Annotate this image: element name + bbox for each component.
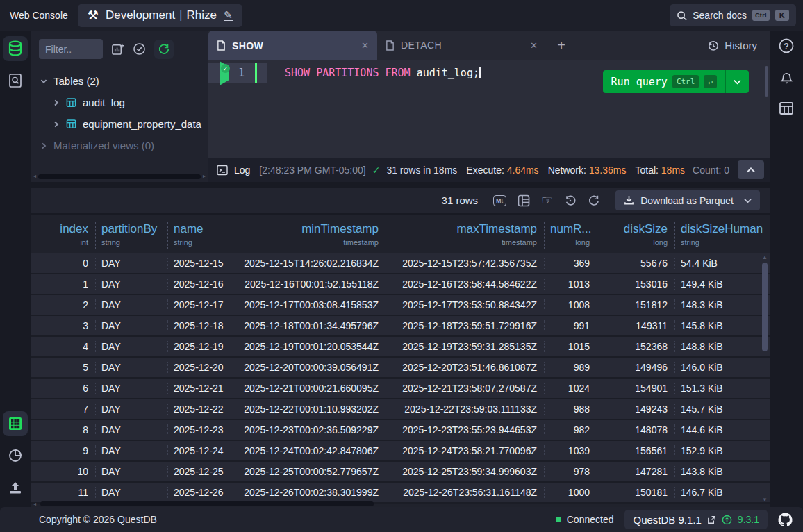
cell-disksize: 148078 xyxy=(597,424,675,435)
cell-numr: 369 xyxy=(545,258,597,269)
cell-disksize: 147281 xyxy=(597,466,675,477)
cell-partitionby: DAY xyxy=(96,341,168,352)
instance-selector[interactable]: ⚒ Development|Rhize ✎ xyxy=(78,4,242,27)
refresh-results-icon[interactable] xyxy=(588,194,600,207)
help-button[interactable]: ? xyxy=(778,38,795,54)
cell-mintimestamp: 2025-12-24T00:02:42.847806Z xyxy=(229,445,386,456)
chevron-down-icon[interactable] xyxy=(744,198,752,203)
table-row[interactable]: 6DAY2025-12-212025-12-21T00:00:21.660095… xyxy=(31,379,770,399)
tab-detach[interactable]: DETACH ✕ xyxy=(377,31,546,60)
grid-view-button[interactable] xyxy=(3,411,28,436)
column-header-mintimestamp[interactable]: minTimestamptimestamp xyxy=(229,222,386,249)
cell-mintimestamp: 2025-12-21T00:00:21.660095Z xyxy=(229,383,386,394)
run-query-dropdown[interactable] xyxy=(725,70,749,93)
cell-partitionby: DAY xyxy=(96,258,168,269)
close-icon[interactable]: ✕ xyxy=(530,40,538,51)
column-header-maxtimestamp[interactable]: maxTimestamptimestamp xyxy=(386,222,545,249)
run-line-icon[interactable]: ✓ xyxy=(220,67,231,78)
new-tab-button[interactable]: + xyxy=(546,31,577,60)
notifications-bell-button[interactable] xyxy=(779,69,795,85)
table-row[interactable]: 0DAY2025-12-152025-12-15T14:26:02.216834… xyxy=(31,253,770,274)
execute-metric: Execute: 4.64ms xyxy=(466,165,538,176)
table-row[interactable]: 1DAY2025-12-162025-12-16T00:01:52.155118… xyxy=(31,274,770,295)
cell-name: 2025-12-24 xyxy=(168,445,229,456)
cell-mintimestamp: 2025-12-18T00:01:34.495796Z xyxy=(229,320,386,331)
table-row[interactable]: 2DAY2025-12-172025-12-17T00:03:08.415853… xyxy=(31,295,770,316)
freeze-pane-icon[interactable]: ☞ xyxy=(541,192,553,208)
cell-maxtimestamp: 2025-12-18T23:59:51.729916Z xyxy=(386,320,545,331)
search-docs-button[interactable]: Search docs Ctrl K xyxy=(670,4,796,26)
column-header-index[interactable]: indexint xyxy=(40,222,96,249)
table-row[interactable]: 9DAY2025-12-242025-12-24T00:02:42.847806… xyxy=(31,441,770,462)
rows-count: 31 rows xyxy=(442,194,479,206)
copy-markdown-icon[interactable]: M↓ xyxy=(493,195,506,206)
questdb-logo[interactable] xyxy=(3,36,28,61)
tab-label: SHOW xyxy=(232,40,355,51)
tree-horizontal-scrollbar[interactable]: ◂▸ xyxy=(33,174,206,179)
grid-vertical-scrollbar[interactable]: ▲▼ xyxy=(761,254,768,500)
cell-name: 2025-12-17 xyxy=(168,299,229,310)
left-rail xyxy=(0,31,31,507)
cell-mintimestamp: 2025-12-23T00:02:36.509229Z xyxy=(229,424,386,435)
grid-horizontal-scrollbar[interactable]: ◂ xyxy=(33,501,760,506)
github-icon[interactable] xyxy=(777,512,793,528)
cell-maxtimestamp: 2025-12-25T23:59:34.999603Z xyxy=(386,466,545,477)
column-header-partitionby[interactable]: partitionBystring xyxy=(96,222,168,249)
tab-show[interactable]: SHOW ✕ xyxy=(208,31,377,60)
cell-index: 11 xyxy=(40,487,96,498)
run-query-button[interactable]: Run query Ctrl ↵ xyxy=(603,70,749,93)
table-row[interactable]: 7DAY2025-12-222025-12-22T00:01:10.993202… xyxy=(31,399,770,420)
filter-input[interactable] xyxy=(39,39,103,59)
cell-index: 4 xyxy=(40,341,96,352)
collapse-log-button[interactable] xyxy=(738,160,764,179)
refresh-schema-icon[interactable] xyxy=(154,40,174,59)
cell-index: 5 xyxy=(40,362,96,373)
editor-gutter: ✓ 1 xyxy=(208,63,267,83)
cell-partitionby: DAY xyxy=(96,487,168,498)
history-button[interactable]: History xyxy=(695,31,770,60)
column-header-name[interactable]: namestring xyxy=(168,222,229,249)
cell-numr: 1024 xyxy=(545,383,597,394)
count-label: Count: 0 xyxy=(693,165,729,176)
reset-grid-icon[interactable] xyxy=(564,194,577,207)
cell-disksize: 149243 xyxy=(597,404,675,415)
table-schema-button[interactable] xyxy=(779,101,794,116)
table-name: audit_log xyxy=(83,97,125,108)
tree-node-equipment-property-data[interactable]: equipment_property_data xyxy=(40,113,208,135)
add-metrics-icon[interactable] xyxy=(111,42,124,56)
table-row[interactable]: 5DAY2025-12-202025-12-20T00:00:39.056491… xyxy=(31,358,770,379)
table-row[interactable]: 4DAY2025-12-192025-12-19T00:01:20.053544… xyxy=(31,337,770,358)
cell-index: 2 xyxy=(40,299,96,310)
cell-name: 2025-12-20 xyxy=(168,362,229,373)
cell-maxtimestamp: 2025-12-16T23:58:44.584622Z xyxy=(386,279,545,290)
download-parquet-button[interactable]: Download as Parquet xyxy=(615,190,760,210)
chart-view-button[interactable] xyxy=(3,443,28,468)
table-row[interactable]: 8DAY2025-12-232025-12-23T00:02:36.509229… xyxy=(31,420,770,441)
sql-editor[interactable]: ✓ 1 SHOW PARTITIONS FROM audit_log; Run … xyxy=(208,60,770,158)
connection-status-dot xyxy=(556,517,561,522)
network-metric: Network: 13.36ms xyxy=(548,165,627,176)
query-log-search-button[interactable] xyxy=(3,68,28,93)
copyright: Copyright © 2026 QuestDB xyxy=(39,514,157,525)
close-icon[interactable]: ✕ xyxy=(361,40,369,51)
version-pill[interactable]: QuestDB 9.1.1 9.3.1 xyxy=(624,510,768,529)
cell-disksizehuman: 152.9 KiB xyxy=(675,445,764,456)
tree-node-materialized-views[interactable]: Materialized views (0) xyxy=(40,135,208,156)
tree-node-tables[interactable]: Tables (2) xyxy=(40,70,208,92)
success-check-icon: ✓ xyxy=(372,165,381,176)
select-tables-icon[interactable] xyxy=(133,42,146,56)
file-icon xyxy=(386,40,395,51)
tree-node-audit-log[interactable]: audit_log xyxy=(40,92,208,113)
column-header-numr[interactable]: numR...long xyxy=(545,222,597,249)
column-header-disksizehuman[interactable]: diskSizeHumanstring xyxy=(675,222,764,249)
chevron-down-icon xyxy=(734,79,741,85)
table-row[interactable]: 3DAY2025-12-182025-12-18T00:01:34.495796… xyxy=(31,316,770,337)
table-row[interactable]: 10DAY2025-12-252025-12-25T00:00:52.77965… xyxy=(31,462,770,483)
cell-name: 2025-12-18 xyxy=(168,320,229,331)
log-timestamp: [2:48:23 PM GMT-05:00] xyxy=(259,165,365,176)
edit-icon[interactable]: ✎ xyxy=(224,10,233,21)
import-button[interactable] xyxy=(3,475,28,500)
column-header-disksize[interactable]: diskSizelong xyxy=(597,222,675,249)
editor-scrollbar[interactable] xyxy=(765,66,768,97)
toggle-columns-icon[interactable] xyxy=(518,194,530,207)
